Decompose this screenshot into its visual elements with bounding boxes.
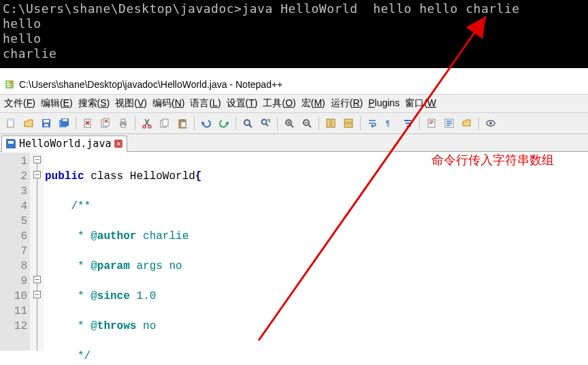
code-area[interactable]: public class HelloWorld{ /** * @author c…: [44, 153, 588, 351]
menu-language[interactable]: 语言(L): [190, 97, 220, 110]
menu-window[interactable]: 窗口(W: [405, 97, 436, 110]
line-number-gutter: 123 456 789 101112: [0, 153, 30, 351]
doc-map-button[interactable]: [423, 115, 440, 131]
svg-rect-36: [429, 122, 434, 123]
svg-rect-32: [344, 124, 353, 127]
cut-button[interactable]: [139, 115, 155, 131]
redo-button[interactable]: [216, 115, 232, 131]
menu-run[interactable]: 运行(R): [331, 97, 363, 110]
toolbar-separator: [235, 116, 236, 130]
open-file-button[interactable]: [20, 115, 37, 131]
svg-point-26: [262, 120, 267, 125]
monitor-button[interactable]: [483, 115, 499, 131]
toolbar-separator: [360, 116, 361, 130]
svg-point-40: [489, 122, 492, 125]
svg-rect-17: [121, 125, 125, 127]
new-file-button[interactable]: [3, 115, 19, 131]
fold-column: − − − −: [30, 153, 44, 351]
copy-button[interactable]: [157, 115, 173, 131]
svg-rect-7: [44, 120, 49, 123]
command-prompt-window: C:\Users\shane\Desktop\javadoc>java Hell…: [0, 0, 588, 68]
svg-rect-24: [181, 122, 186, 127]
svg-point-18: [143, 125, 146, 128]
console-output-line: hello: [3, 16, 42, 31]
toolbar-separator: [135, 116, 135, 130]
toolbar-separator: [194, 116, 195, 130]
sync-vscroll-button[interactable]: [323, 115, 339, 131]
print-button[interactable]: [115, 115, 131, 131]
svg-rect-37: [429, 123, 432, 124]
menu-encoding[interactable]: 编码(N): [152, 97, 184, 110]
find-button[interactable]: [240, 115, 256, 131]
undo-button[interactable]: [198, 115, 214, 131]
folder-workspace-button[interactable]: [459, 115, 475, 131]
menu-plugins[interactable]: Plugins: [368, 97, 399, 110]
indent-guide-button[interactable]: [399, 115, 416, 131]
console-output-line: charlie: [3, 46, 56, 61]
annotation-label: 命令行传入字符串数组: [431, 153, 554, 168]
menu-edit[interactable]: 编辑(E): [41, 97, 73, 110]
file-tab[interactable]: HelloWorld.java ✕: [1, 136, 127, 152]
menu-view[interactable]: 视图(V): [115, 97, 147, 110]
save-all-button[interactable]: [56, 115, 72, 131]
toolbar-separator: [318, 116, 319, 130]
wordwrap-button[interactable]: [364, 115, 380, 131]
toolbar-separator: [277, 116, 278, 130]
save-icon: [6, 139, 16, 148]
svg-rect-30: [331, 119, 335, 127]
svg-rect-8: [44, 124, 48, 127]
paste-button[interactable]: [174, 115, 191, 131]
svg-rect-21: [163, 119, 168, 126]
svg-text:¶: ¶: [386, 120, 390, 127]
toolbar-separator: [419, 116, 420, 130]
menubar: 文件(F) 编辑(E) 搜索(S) 视图(V) 编码(N) 语言(L) 设置(T…: [0, 94, 588, 113]
editor[interactable]: 123 456 789 101112 − − − − public class …: [0, 152, 588, 351]
menu-search[interactable]: 搜索(S): [78, 97, 110, 110]
file-tab-label: HelloWorld.java: [19, 138, 111, 150]
svg-rect-11: [63, 119, 67, 121]
svg-point-25: [244, 120, 250, 125]
tabstrip: HelloWorld.java ✕: [0, 134, 588, 152]
svg-rect-29: [327, 119, 330, 127]
svg-rect-16: [121, 119, 125, 122]
function-list-button[interactable]: [441, 115, 457, 131]
tab-close-button[interactable]: ✕: [114, 140, 122, 148]
svg-point-19: [148, 125, 151, 128]
window-gap: [0, 68, 588, 75]
menu-macro[interactable]: 宏(M): [301, 97, 325, 110]
menu-settings[interactable]: 设置(T): [227, 97, 258, 110]
svg-rect-5: [7, 119, 14, 121]
zoom-out-button[interactable]: [299, 115, 315, 131]
console-command: C:\Users\shane\Desktop\javadoc>java Hell…: [3, 1, 520, 16]
sync-hscroll-button[interactable]: [340, 115, 357, 131]
toolbar-separator: [76, 116, 76, 130]
titlebar: C:\Users\shane\Desktop\javadoc\HelloWorl…: [0, 75, 588, 94]
notepadpp-icon: [4, 79, 15, 90]
window-title: C:\Users\shane\Desktop\javadoc\HelloWorl…: [19, 79, 282, 90]
svg-rect-31: [344, 119, 353, 123]
svg-rect-35: [429, 121, 434, 121]
menu-file[interactable]: 文件(F): [4, 97, 35, 110]
close-all-button[interactable]: [97, 115, 114, 131]
svg-rect-14: [103, 118, 109, 126]
replace-button[interactable]: [257, 115, 274, 131]
toolbar-separator: [478, 116, 479, 130]
menu-tools[interactable]: 工具(O): [263, 97, 295, 110]
close-button[interactable]: [80, 115, 96, 131]
toolbar: ¶: [0, 113, 588, 134]
save-button[interactable]: [38, 115, 54, 131]
zoom-in-button[interactable]: [281, 115, 297, 131]
console-output-line: hello: [3, 31, 42, 46]
svg-rect-3: [7, 86, 10, 87]
svg-rect-23: [180, 119, 184, 121]
all-chars-button[interactable]: ¶: [382, 115, 398, 131]
